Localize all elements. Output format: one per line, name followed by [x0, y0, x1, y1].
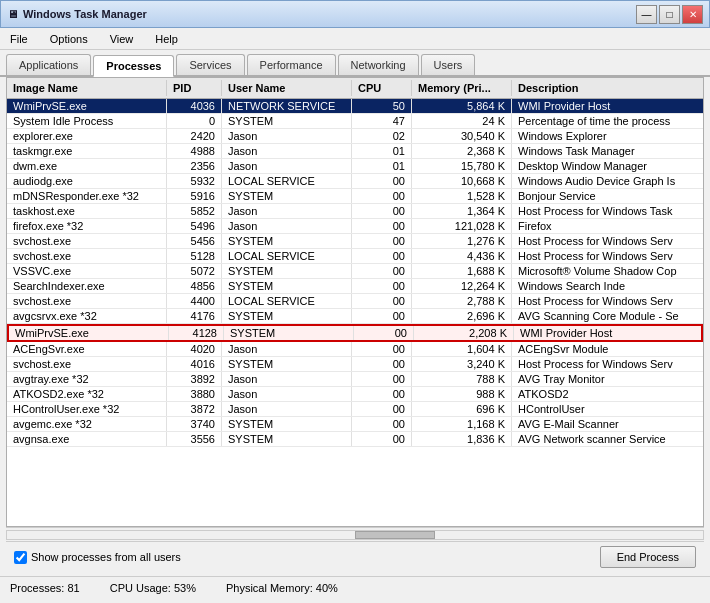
cell-pid: 5456: [167, 234, 222, 248]
table-row[interactable]: svchost.exe 5456 SYSTEM 00 1,276 K Host …: [7, 234, 703, 249]
minimize-button[interactable]: —: [636, 5, 657, 24]
table-row[interactable]: avgtray.exe *32 3892 Jason 00 788 K AVG …: [7, 372, 703, 387]
cell-user: Jason: [222, 342, 352, 356]
menu-file[interactable]: File: [4, 32, 34, 46]
tab-services[interactable]: Services: [176, 54, 244, 75]
cell-desc: WMI Provider Host: [514, 326, 701, 340]
maximize-button[interactable]: □: [659, 5, 680, 24]
cell-cpu: 00: [352, 402, 412, 416]
status-cpu: CPU Usage: 53%: [110, 582, 196, 594]
end-process-button[interactable]: End Process: [600, 546, 696, 568]
tab-applications[interactable]: Applications: [6, 54, 91, 75]
table-row[interactable]: taskmgr.exe 4988 Jason 01 2,368 K Window…: [7, 144, 703, 159]
cell-mem: 1,364 K: [412, 204, 512, 218]
close-button[interactable]: ✕: [682, 5, 703, 24]
cell-mem: 15,780 K: [412, 159, 512, 173]
cell-cpu: 00: [352, 387, 412, 401]
cell-desc: Host Process for Windows Serv: [512, 234, 703, 248]
menu-view[interactable]: View: [104, 32, 140, 46]
cell-user: SYSTEM: [222, 264, 352, 278]
table-row[interactable]: avgemc.exe *32 3740 SYSTEM 00 1,168 K AV…: [7, 417, 703, 432]
table-row[interactable]: explorer.exe 2420 Jason 02 30,540 K Wind…: [7, 129, 703, 144]
cell-mem: 1,276 K: [412, 234, 512, 248]
cell-user: SYSTEM: [222, 114, 352, 128]
show-all-processes-checkbox[interactable]: [14, 551, 27, 564]
cell-pid: 5932: [167, 174, 222, 188]
cell-pid: 5072: [167, 264, 222, 278]
table-row[interactable]: svchost.exe 5128 LOCAL SERVICE 00 4,436 …: [7, 249, 703, 264]
cell-name: SearchIndexer.exe: [7, 279, 167, 293]
table-row[interactable]: audiodg.exe 5932 LOCAL SERVICE 00 10,668…: [7, 174, 703, 189]
cell-user: SYSTEM: [222, 432, 352, 446]
cell-desc: Host Process for Windows Task: [512, 204, 703, 218]
cell-mem: 1,528 K: [412, 189, 512, 203]
table-row[interactable]: System Idle Process 0 SYSTEM 47 24 K Per…: [7, 114, 703, 129]
cell-desc: Percentage of time the process: [512, 114, 703, 128]
menu-options[interactable]: Options: [44, 32, 94, 46]
cell-name: svchost.exe: [7, 357, 167, 371]
table-row[interactable]: dwm.exe 2356 Jason 01 15,780 K Desktop W…: [7, 159, 703, 174]
window-title: Windows Task Manager: [23, 8, 147, 20]
table-row[interactable]: svchost.exe 4016 SYSTEM 00 3,240 K Host …: [7, 357, 703, 372]
show-all-processes-label[interactable]: Show processes from all users: [14, 551, 181, 564]
table-row[interactable]: svchost.exe 4400 LOCAL SERVICE 00 2,788 …: [7, 294, 703, 309]
table-row[interactable]: ATKOSD2.exe *32 3880 Jason 00 988 K ATKO…: [7, 387, 703, 402]
table-body[interactable]: WmiPrvSE.exe 4036 NETWORK SERVICE 50 5,8…: [7, 99, 703, 526]
cell-cpu: 00: [352, 432, 412, 446]
cell-mem: 2,368 K: [412, 144, 512, 158]
table-header: Image Name PID User Name CPU Memory (Pri…: [7, 78, 703, 99]
cell-desc: Host Process for Windows Serv: [512, 249, 703, 263]
cell-mem: 988 K: [412, 387, 512, 401]
cell-name: VSSVC.exe: [7, 264, 167, 278]
cell-desc: Windows Explorer: [512, 129, 703, 143]
table-row[interactable]: firefox.exe *32 5496 Jason 00 121,028 K …: [7, 219, 703, 234]
col-user-name[interactable]: User Name: [222, 80, 352, 96]
cell-cpu: 47: [352, 114, 412, 128]
cell-pid: 4400: [167, 294, 222, 308]
cell-mem: 2,696 K: [412, 309, 512, 323]
tabs-bar: Applications Processes Services Performa…: [0, 50, 710, 77]
table-row[interactable]: WmiPrvSE.exe 4036 NETWORK SERVICE 50 5,8…: [7, 99, 703, 114]
cell-user: SYSTEM: [222, 309, 352, 323]
tab-networking[interactable]: Networking: [338, 54, 419, 75]
table-row[interactable]: VSSVC.exe 5072 SYSTEM 00 1,688 K Microso…: [7, 264, 703, 279]
cell-cpu: 00: [352, 234, 412, 248]
cell-mem: 1,688 K: [412, 264, 512, 278]
tab-processes[interactable]: Processes: [93, 55, 174, 77]
col-description[interactable]: Description: [512, 80, 703, 96]
table-row[interactable]: HControlUser.exe *32 3872 Jason 00 696 K…: [7, 402, 703, 417]
tab-users[interactable]: Users: [421, 54, 476, 75]
col-cpu[interactable]: CPU: [352, 80, 412, 96]
title-bar: 🖥 Windows Task Manager — □ ✕: [0, 0, 710, 28]
cell-name: dwm.exe: [7, 159, 167, 173]
cell-user: SYSTEM: [222, 189, 352, 203]
cell-desc: Firefox: [512, 219, 703, 233]
cell-user: SYSTEM: [222, 234, 352, 248]
cell-pid: 2420: [167, 129, 222, 143]
table-row[interactable]: WmiPrvSE.exe 4128 SYSTEM 00 2,208 K WMI …: [7, 324, 703, 342]
cell-user: Jason: [222, 219, 352, 233]
cell-pid: 4988: [167, 144, 222, 158]
table-row[interactable]: avgcsrvx.exe *32 4176 SYSTEM 00 2,696 K …: [7, 309, 703, 324]
cell-pid: 3880: [167, 387, 222, 401]
col-memory[interactable]: Memory (Pri...: [412, 80, 512, 96]
cell-desc: ACEngSvr Module: [512, 342, 703, 356]
cell-user: Jason: [222, 144, 352, 158]
cell-cpu: 00: [352, 342, 412, 356]
col-image-name[interactable]: Image Name: [7, 80, 167, 96]
table-row[interactable]: SearchIndexer.exe 4856 SYSTEM 00 12,264 …: [7, 279, 703, 294]
menu-help[interactable]: Help: [149, 32, 184, 46]
cell-pid: 5128: [167, 249, 222, 263]
cell-name: ATKOSD2.exe *32: [7, 387, 167, 401]
col-pid[interactable]: PID: [167, 80, 222, 96]
cell-mem: 121,028 K: [412, 219, 512, 233]
table-row[interactable]: ACEngSvr.exe 4020 Jason 00 1,604 K ACEng…: [7, 342, 703, 357]
table-row[interactable]: mDNSResponder.exe *32 5916 SYSTEM 00 1,5…: [7, 189, 703, 204]
cell-pid: 5496: [167, 219, 222, 233]
cell-mem: 696 K: [412, 402, 512, 416]
cell-mem: 2,208 K: [414, 326, 514, 340]
table-row[interactable]: taskhost.exe 5852 Jason 00 1,364 K Host …: [7, 204, 703, 219]
tab-performance[interactable]: Performance: [247, 54, 336, 75]
table-row[interactable]: avgnsa.exe 3556 SYSTEM 00 1,836 K AVG Ne…: [7, 432, 703, 447]
cell-desc: Windows Search Inde: [512, 279, 703, 293]
